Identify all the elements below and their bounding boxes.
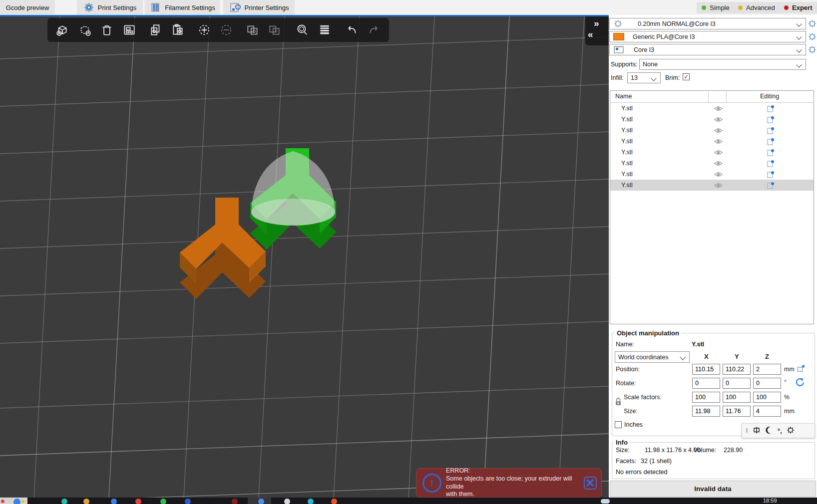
split-objects-icon[interactable]: O xyxy=(242,19,264,41)
mode-expert-button[interactable]: Expert xyxy=(779,2,817,13)
taskbar-app-3[interactable] xyxy=(111,499,117,504)
taskbar-clock: 18:59 xyxy=(763,498,777,504)
taskbar-app-7[interactable] xyxy=(232,499,238,504)
scale-z-field[interactable] xyxy=(753,392,781,403)
edit-object-icon[interactable] xyxy=(767,149,775,158)
position-z-field[interactable] xyxy=(753,364,781,375)
scale-y-field[interactable] xyxy=(723,392,751,403)
object-row[interactable]: Y.stl xyxy=(610,147,814,158)
search-icon[interactable] xyxy=(291,19,314,41)
eye-icon[interactable] xyxy=(714,106,723,113)
split-parts-icon[interactable]: P xyxy=(264,19,286,41)
tab-filament-settings[interactable]: Filament Settings xyxy=(145,0,220,15)
reset-rotation-icon[interactable] xyxy=(795,377,805,389)
taskbar-app-4[interactable] xyxy=(135,499,141,504)
eye-icon[interactable] xyxy=(714,150,723,157)
taskbar-app-11[interactable] xyxy=(331,499,337,504)
edit-object-icon[interactable] xyxy=(767,138,775,147)
taskbar-app-10[interactable] xyxy=(308,499,314,504)
info-legend: Info xyxy=(614,439,630,446)
taskbar-app-5[interactable] xyxy=(160,499,166,504)
infill-select[interactable]: 13 xyxy=(627,72,661,83)
paste-icon[interactable] xyxy=(167,19,189,41)
position-x-field[interactable] xyxy=(692,364,720,375)
eye-icon[interactable] xyxy=(714,128,723,135)
scale-x-field[interactable] xyxy=(692,392,720,403)
remove-instance-icon[interactable] xyxy=(215,19,238,41)
size-z-field[interactable] xyxy=(753,406,781,417)
column-editing: Editing xyxy=(760,93,779,100)
object-row[interactable]: Y.stl xyxy=(610,169,814,180)
rotate-y-field[interactable] xyxy=(723,378,751,389)
mode-simple-button[interactable]: Simple xyxy=(697,2,735,13)
edit-object-icon[interactable] xyxy=(767,105,775,114)
object-row[interactable]: Y.stl xyxy=(610,125,814,136)
printer-preset-select[interactable]: Core I3 xyxy=(609,44,806,55)
drop-to-bed-icon[interactable] xyxy=(797,364,806,374)
tab-gcode-preview[interactable]: Gcode preview xyxy=(0,0,55,15)
coordinate-mode-select[interactable]: World coordinates xyxy=(615,351,690,363)
add-object-icon[interactable] xyxy=(51,19,74,41)
object-row[interactable]: Y.stl xyxy=(610,158,814,169)
object-row[interactable]: Y.stl xyxy=(610,114,814,125)
printer-settings-gear-button[interactable] xyxy=(808,45,817,54)
object-row[interactable]: Y.stl xyxy=(610,136,814,147)
windows-taskbar[interactable]: 18:59 xyxy=(0,498,817,504)
layers-icon[interactable] xyxy=(313,19,336,41)
supports-select[interactable]: None xyxy=(639,59,806,70)
copy-icon[interactable] xyxy=(144,19,167,41)
add-instance-icon[interactable] xyxy=(193,19,215,41)
object-row-selected[interactable]: Y.stl xyxy=(610,180,814,191)
mode-advanced-button[interactable]: Advanced xyxy=(733,2,780,13)
arrange-icon[interactable] xyxy=(118,19,141,41)
ime-drag-handle[interactable]: ‖ xyxy=(746,427,748,434)
size-y-field[interactable] xyxy=(723,406,751,417)
eye-icon[interactable] xyxy=(714,161,723,168)
ime-chinese-mode-icon[interactable] xyxy=(753,426,761,436)
size-x-field[interactable] xyxy=(692,406,720,417)
filament-settings-gear-button[interactable] xyxy=(808,32,817,41)
eye-icon[interactable] xyxy=(714,172,723,179)
edit-object-icon[interactable] xyxy=(767,171,775,180)
ime-settings-gear-icon[interactable] xyxy=(787,426,795,436)
taskbar-app-6[interactable] xyxy=(185,499,191,504)
remove-object-icon[interactable] xyxy=(74,19,96,41)
print-settings-gear-button[interactable] xyxy=(808,19,817,28)
taskbar-widget-slot[interactable] xyxy=(0,498,27,504)
redo-icon[interactable] xyxy=(363,19,386,41)
rotate-x-field[interactable] xyxy=(692,378,720,389)
filament-preset-select[interactable]: Generic PLA@Core I3 xyxy=(609,31,806,42)
sidebar-collapse-button[interactable]: » « xyxy=(585,16,609,45)
position-y-field[interactable] xyxy=(723,364,751,375)
eye-icon[interactable] xyxy=(714,117,723,124)
edit-object-icon[interactable] xyxy=(767,127,775,136)
edit-object-icon[interactable] xyxy=(767,160,775,169)
uniform-scale-lock-icon[interactable] xyxy=(615,397,622,407)
invalid-data-button[interactable]: Invalid data xyxy=(610,481,816,497)
ime-fullwidth-moon-icon[interactable] xyxy=(765,426,773,436)
delete-all-icon[interactable] xyxy=(96,19,118,41)
taskbar-app-8[interactable] xyxy=(258,499,264,504)
rotate-z-field[interactable] xyxy=(753,378,781,389)
viewport-toolbar: O P xyxy=(47,18,389,42)
3d-viewport[interactable]: O P » « ! ERROR: Some objects are too cl… xyxy=(0,16,609,498)
tab-print-settings[interactable]: Print Settings xyxy=(77,0,143,15)
edit-object-icon[interactable] xyxy=(767,116,775,125)
ime-punctuation-icon[interactable]: °, xyxy=(778,427,782,435)
object-green-y[interactable] xyxy=(250,148,336,250)
tab-printer-settings[interactable]: Printer Settings xyxy=(223,0,295,15)
taskbar-app-2[interactable] xyxy=(83,499,89,504)
print-preset-select[interactable]: 0.20mm NORMAL@Core I3 xyxy=(609,18,806,29)
object-row[interactable]: Y.stl xyxy=(610,103,814,114)
inches-label: Inches xyxy=(624,421,643,428)
edit-object-icon[interactable] xyxy=(767,182,775,191)
eye-icon[interactable] xyxy=(714,183,723,190)
inches-checkbox[interactable] xyxy=(615,421,622,428)
toast-close-icon[interactable] xyxy=(584,477,597,490)
undo-icon[interactable] xyxy=(341,19,363,41)
taskbar-app-1[interactable] xyxy=(61,499,67,504)
eye-icon[interactable] xyxy=(714,139,723,146)
brim-checkbox[interactable]: ✓ xyxy=(683,73,690,80)
taskbar-app-9[interactable] xyxy=(284,499,290,504)
chevron-down-icon xyxy=(796,34,802,39)
